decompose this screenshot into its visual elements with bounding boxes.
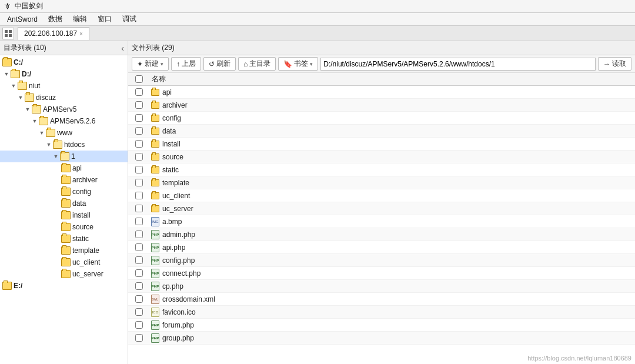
- folder-icon: [61, 246, 71, 255]
- file-name: template: [161, 179, 635, 187]
- file-name: uc_server: [161, 205, 635, 213]
- menu-antsword[interactable]: AntSword: [2, 15, 42, 24]
- file-checkbox[interactable]: [135, 114, 143, 122]
- file-row[interactable]: PHPgroup.php: [128, 332, 635, 345]
- file-checkbox[interactable]: [135, 295, 143, 303]
- file-row-checkbox: [128, 282, 149, 290]
- menu-edit[interactable]: 编辑: [68, 14, 92, 25]
- tab-close-btn[interactable]: ×: [79, 31, 83, 37]
- tree-toggle[interactable]: ▼: [38, 128, 46, 138]
- tree-item-selected[interactable]: ▼ 1: [0, 151, 128, 162]
- tree-item[interactable]: api: [0, 162, 128, 174]
- tree-item[interactable]: ▼ htdocs: [0, 139, 128, 151]
- file-checkbox[interactable]: [135, 282, 143, 290]
- select-all-checkbox[interactable]: [135, 75, 143, 83]
- tree-toggle[interactable]: ▼: [52, 151, 60, 162]
- tree-item[interactable]: uc_client: [0, 256, 128, 268]
- tree-label: htdocs: [64, 139, 85, 150]
- tree-item[interactable]: ▼ niut: [0, 80, 128, 92]
- file-row[interactable]: config: [128, 112, 635, 125]
- file-checkbox[interactable]: [135, 101, 143, 109]
- file-list[interactable]: apiarchiverconfigdatainstallsourcestatic…: [128, 86, 635, 364]
- collapse-btn[interactable]: ‹: [121, 44, 124, 53]
- file-checkbox[interactable]: [135, 127, 143, 135]
- folder-icon: [149, 115, 161, 122]
- file-checkbox[interactable]: [135, 192, 143, 199]
- tree-container[interactable]: C:/ ▼ D:/ ▼ niut ▼ discuz: [0, 55, 128, 364]
- tree-item[interactable]: ▼ APMServ5.2.6: [0, 115, 128, 127]
- file-checkbox[interactable]: [135, 179, 143, 186]
- tree-label: source: [72, 222, 93, 232]
- tree-item[interactable]: config: [0, 186, 128, 198]
- file-row[interactable]: data: [128, 125, 635, 138]
- file-row[interactable]: api: [128, 86, 635, 99]
- tree-item[interactable]: ▼ www: [0, 127, 128, 139]
- tree-item[interactable]: static: [0, 233, 128, 245]
- tree-item[interactable]: E:/: [0, 280, 128, 292]
- file-row[interactable]: PHPconfig.php: [128, 254, 635, 267]
- file-checkbox[interactable]: [135, 205, 143, 212]
- left-panel-title: 目录列表 (10): [4, 43, 46, 53]
- new-btn[interactable]: ✦ 新建 ▾: [132, 57, 169, 71]
- menu-debug[interactable]: 调试: [118, 14, 141, 25]
- bookmark-btn[interactable]: 🔖 书签 ▾: [278, 57, 318, 71]
- file-checkbox[interactable]: [135, 308, 143, 316]
- tree-item[interactable]: ▼ APMServ5: [0, 103, 128, 115]
- tree-toggle[interactable]: ▼: [9, 81, 18, 91]
- file-checkbox[interactable]: [135, 166, 143, 173]
- tree-item[interactable]: ▼ discuz: [0, 92, 128, 103]
- file-checkbox[interactable]: [135, 153, 143, 161]
- file-row[interactable]: PHPcp.php: [128, 280, 635, 293]
- file-row[interactable]: PHPadmin.php: [128, 228, 635, 241]
- tree-item[interactable]: archiver: [0, 174, 128, 186]
- file-row[interactable]: install: [128, 138, 635, 151]
- file-checkbox[interactable]: [135, 218, 143, 225]
- file-name: config.php: [161, 256, 635, 265]
- folder-icon: [61, 235, 71, 243]
- file-row[interactable]: archiver: [128, 99, 635, 112]
- file-row[interactable]: PHPapi.php: [128, 241, 635, 254]
- home-btn[interactable]: ⌂ 主目录: [238, 57, 276, 71]
- refresh-btn[interactable]: ↺ 刷新: [203, 57, 236, 71]
- file-checkbox[interactable]: [135, 140, 143, 148]
- tree-label: uc_server: [72, 269, 103, 279]
- file-row[interactable]: uc_client: [128, 189, 635, 202]
- tab-connection[interactable]: 202.206.100.187 ×: [18, 27, 89, 40]
- tree-item[interactable]: install: [0, 209, 128, 221]
- file-row[interactable]: XMLcrossdomain.xml: [128, 293, 635, 306]
- tree-label: install: [72, 210, 91, 221]
- file-checkbox[interactable]: [135, 88, 143, 96]
- file-row[interactable]: static: [128, 163, 635, 176]
- file-checkbox[interactable]: [135, 321, 143, 329]
- file-row[interactable]: source: [128, 151, 635, 163]
- tree-item[interactable]: source: [0, 221, 128, 233]
- read-btn[interactable]: → 读取: [598, 57, 631, 71]
- menu-window[interactable]: 窗口: [93, 14, 116, 25]
- file-checkbox[interactable]: [135, 269, 143, 277]
- tree-toggle[interactable]: ▼: [31, 116, 39, 126]
- file-row[interactable]: PHPforum.php: [128, 319, 635, 332]
- file-row[interactable]: IMGa.bmp: [128, 215, 635, 228]
- path-input[interactable]: [320, 58, 596, 71]
- tree-toggle[interactable]: ▼: [16, 92, 25, 103]
- tree-item[interactable]: template: [0, 245, 128, 256]
- file-row[interactable]: uc_server: [128, 202, 635, 215]
- tree-item[interactable]: data: [0, 198, 128, 209]
- up-btn[interactable]: ↑ 上层: [171, 57, 201, 71]
- file-checkbox[interactable]: [135, 243, 143, 251]
- home-label: 主目录: [249, 59, 270, 69]
- menu-data[interactable]: 数据: [44, 14, 67, 25]
- file-row[interactable]: ICOfavicon.ico: [128, 306, 635, 319]
- file-checkbox[interactable]: [135, 231, 143, 238]
- file-row[interactable]: template: [128, 176, 635, 189]
- tree-toggle[interactable]: ▼: [45, 139, 53, 150]
- file-checkbox[interactable]: [135, 256, 143, 264]
- file-name: cp.php: [161, 282, 635, 290]
- tree-toggle[interactable]: ▼: [2, 69, 11, 79]
- tree-item[interactable]: C:/: [0, 56, 128, 68]
- tree-toggle[interactable]: ▼: [24, 104, 32, 115]
- file-row[interactable]: PHPconnect.php: [128, 267, 635, 280]
- tree-item[interactable]: ▼ D:/: [0, 68, 128, 80]
- tree-item[interactable]: uc_server: [0, 268, 128, 280]
- file-checkbox[interactable]: [135, 334, 143, 342]
